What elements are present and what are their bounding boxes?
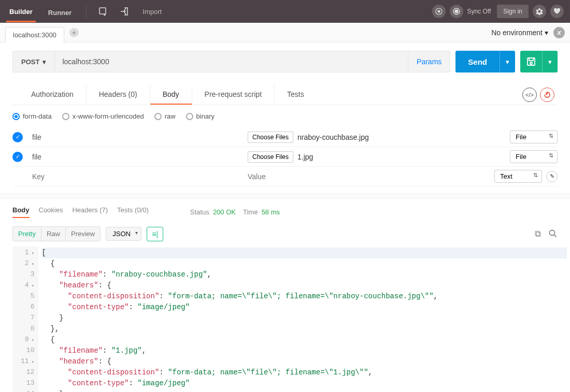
request-section-tabs: Authorization Headers (0) Body Pre-reque… bbox=[12, 85, 558, 105]
response-toolbar-right: ⧉ bbox=[535, 229, 558, 239]
radio-unchecked-icon bbox=[154, 113, 162, 120]
code-icon[interactable]: </> bbox=[522, 88, 537, 102]
radio-checked-icon bbox=[12, 113, 20, 120]
new-icon[interactable] bbox=[98, 6, 109, 17]
svg-point-4 bbox=[455, 10, 458, 13]
format-select[interactable]: JSON bbox=[106, 227, 141, 241]
reset-icon[interactable] bbox=[540, 88, 554, 102]
method-dropdown[interactable]: POST ▾ bbox=[13, 51, 55, 72]
form-data-row: ✓ file Choose Files nraboy-couchbase.jpg… bbox=[12, 127, 558, 147]
view-pretty[interactable]: Pretty bbox=[13, 227, 41, 241]
wrap-lines-button[interactable]: ≡| bbox=[147, 227, 163, 241]
radio-unchecked-icon bbox=[186, 113, 193, 120]
type-cell: File bbox=[510, 150, 558, 163]
tab-body[interactable]: Body bbox=[150, 85, 192, 105]
choose-files-button[interactable]: Choose Files bbox=[248, 132, 293, 143]
svg-rect-0 bbox=[99, 8, 106, 14]
toolbar-separator bbox=[86, 4, 87, 19]
radio-label: x-www-form-urlencoded bbox=[73, 112, 144, 120]
environment-quicklook-icon[interactable]: x bbox=[553, 27, 565, 38]
svg-point-7 bbox=[530, 62, 532, 64]
save-dropdown[interactable]: ▾ bbox=[542, 51, 558, 72]
environment-label: No environment bbox=[491, 28, 543, 37]
request-bar: POST ▾ Params Send ▾ ▾ bbox=[12, 51, 558, 72]
response-tab-tests[interactable]: Tests (0/0) bbox=[117, 206, 149, 218]
environment-dropdown[interactable]: No environment ▾ bbox=[491, 28, 548, 37]
row-enabled-toggle[interactable]: ✓ bbox=[12, 132, 23, 142]
import-icon[interactable] bbox=[119, 6, 130, 17]
settings-icon[interactable] bbox=[533, 5, 546, 18]
choose-files-button[interactable]: Choose Files bbox=[248, 151, 293, 163]
search-icon[interactable] bbox=[548, 229, 558, 239]
params-button[interactable]: Params bbox=[408, 51, 450, 72]
radio-binary[interactable]: binary bbox=[186, 112, 215, 120]
radio-label: binary bbox=[196, 112, 215, 120]
tab-tests[interactable]: Tests bbox=[275, 85, 317, 105]
response-tab-headers[interactable]: Headers (7) bbox=[72, 206, 108, 218]
toolbar-left: Builder Runner Import bbox=[6, 1, 162, 22]
request-tab-label: localhost:3000 bbox=[13, 31, 56, 39]
time-label: Time bbox=[243, 208, 258, 216]
status-value: 200 OK bbox=[213, 208, 236, 216]
send-button[interactable]: Send bbox=[455, 51, 500, 72]
tab-authorization[interactable]: Authorization bbox=[19, 85, 87, 105]
interceptor-icon[interactable] bbox=[432, 5, 446, 18]
key-cell[interactable]: file bbox=[29, 131, 241, 143]
response-body-viewer[interactable]: 12345678910111213141516 [ { "filename": … bbox=[0, 246, 570, 392]
response-tabs: Body Cookies Headers (7) Tests (0/0) bbox=[12, 206, 149, 218]
key-input[interactable] bbox=[32, 172, 238, 181]
tab-headers[interactable]: Headers (0) bbox=[87, 85, 150, 105]
value-cell: Choose Files nraboy-couchbase.jpg bbox=[248, 132, 504, 143]
key-cell[interactable] bbox=[29, 170, 241, 183]
view-preview[interactable]: Preview bbox=[66, 227, 100, 241]
sync-label: Sync Off bbox=[467, 8, 491, 15]
method-url-group: POST ▾ Params bbox=[12, 51, 450, 72]
row-enabled-toggle[interactable]: ✓ bbox=[12, 152, 23, 162]
tab-prerequest[interactable]: Pre-request script bbox=[192, 85, 275, 105]
url-input[interactable] bbox=[55, 51, 408, 72]
type-select[interactable]: File bbox=[510, 130, 558, 143]
response-tab-cookies[interactable]: Cookies bbox=[39, 206, 63, 218]
request-tab[interactable]: localhost:3000 bbox=[5, 27, 64, 42]
selected-filename: 1.jpg bbox=[297, 153, 313, 161]
type-select[interactable]: Text bbox=[494, 170, 542, 183]
radio-label: form-data bbox=[23, 112, 52, 120]
key-cell[interactable]: file bbox=[29, 151, 241, 163]
tab-runner[interactable]: Runner bbox=[45, 2, 75, 22]
toolbar-right: Sync Off Sign in bbox=[432, 5, 564, 18]
form-data-row-empty: Text ✎ bbox=[12, 167, 558, 186]
svg-point-8 bbox=[550, 230, 555, 235]
send-dropdown[interactable]: ▾ bbox=[500, 51, 515, 72]
response-tab-body[interactable]: Body bbox=[12, 206, 30, 218]
svg-point-2 bbox=[438, 10, 440, 12]
signin-button[interactable]: Sign in bbox=[497, 5, 529, 18]
bulk-edit-icon[interactable]: ✎ bbox=[546, 171, 558, 182]
add-tab-button[interactable]: + bbox=[69, 28, 79, 37]
svg-rect-6 bbox=[529, 58, 533, 61]
value-input[interactable] bbox=[248, 172, 488, 181]
section-divider bbox=[0, 194, 570, 199]
request-builder: POST ▾ Params Send ▾ ▾ Authorization Hea… bbox=[0, 42, 570, 105]
code-content[interactable]: [ { "filename": "nraboy-couchbase.jpg", … bbox=[38, 246, 570, 392]
radio-urlencoded[interactable]: x-www-form-urlencoded bbox=[62, 112, 144, 120]
time-value: 58 ms bbox=[262, 208, 280, 216]
method-label: POST bbox=[21, 58, 39, 66]
import-button[interactable]: Import bbox=[142, 8, 162, 16]
radio-raw[interactable]: raw bbox=[154, 112, 176, 120]
copy-icon[interactable]: ⧉ bbox=[535, 229, 541, 239]
value-cell: Choose Files 1.jpg bbox=[248, 151, 504, 163]
tab-builder[interactable]: Builder bbox=[6, 1, 36, 22]
request-tab-row: localhost:3000 + No environment ▾ x bbox=[0, 23, 570, 42]
view-raw[interactable]: Raw bbox=[41, 227, 66, 241]
type-cell: Text ✎ bbox=[494, 170, 558, 183]
type-select[interactable]: File bbox=[510, 150, 558, 163]
sync-icon[interactable] bbox=[450, 5, 463, 18]
body-type-selector: form-data x-www-form-urlencoded raw bina… bbox=[0, 105, 570, 127]
send-group: Send ▾ bbox=[455, 51, 515, 72]
line-gutter: 12345678910111213141516 bbox=[12, 246, 38, 392]
environment-selector-area: No environment ▾ x bbox=[491, 27, 565, 38]
heart-icon[interactable] bbox=[550, 5, 564, 18]
save-button[interactable] bbox=[520, 51, 542, 72]
value-cell[interactable] bbox=[248, 172, 488, 181]
radio-form-data[interactable]: form-data bbox=[12, 112, 52, 120]
